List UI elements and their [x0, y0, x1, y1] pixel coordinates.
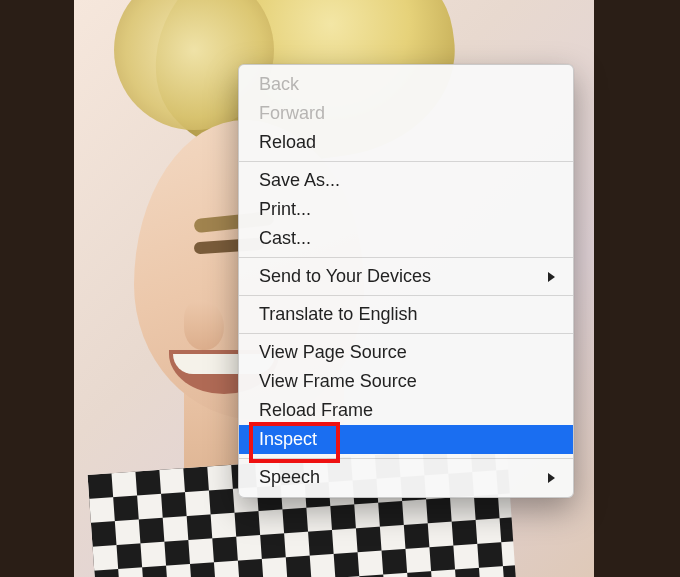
- submenu-arrow-icon: [547, 271, 557, 283]
- menu-item-reload-frame[interactable]: Reload Frame: [239, 396, 573, 425]
- menu-separator: [239, 295, 573, 296]
- menu-separator: [239, 161, 573, 162]
- screenshot-stage: BackForwardReloadSave As...Print...Cast.…: [0, 0, 680, 577]
- menu-item-forward: Forward: [239, 99, 573, 128]
- menu-item-send-to-devices[interactable]: Send to Your Devices: [239, 262, 573, 291]
- menu-item-speech[interactable]: Speech: [239, 463, 573, 492]
- menu-separator: [239, 458, 573, 459]
- menu-item-label: Translate to English: [259, 304, 417, 325]
- menu-separator: [239, 333, 573, 334]
- context-menu[interactable]: BackForwardReloadSave As...Print...Cast.…: [238, 64, 574, 498]
- menu-item-label: View Page Source: [259, 342, 407, 363]
- menu-item-label: Forward: [259, 103, 325, 124]
- menu-item-save-as[interactable]: Save As...: [239, 166, 573, 195]
- menu-item-label: Speech: [259, 467, 320, 488]
- menu-item-view-page-source[interactable]: View Page Source: [239, 338, 573, 367]
- menu-item-cast[interactable]: Cast...: [239, 224, 573, 253]
- menu-item-label: View Frame Source: [259, 371, 417, 392]
- menu-item-label: Reload Frame: [259, 400, 373, 421]
- menu-item-label: Cast...: [259, 228, 311, 249]
- menu-separator: [239, 257, 573, 258]
- menu-item-translate[interactable]: Translate to English: [239, 300, 573, 329]
- menu-item-label: Print...: [259, 199, 311, 220]
- menu-item-label: Inspect: [259, 429, 317, 450]
- menu-item-back: Back: [239, 70, 573, 99]
- menu-item-reload[interactable]: Reload: [239, 128, 573, 157]
- submenu-arrow-icon: [547, 472, 557, 484]
- menu-item-label: Save As...: [259, 170, 340, 191]
- menu-item-label: Reload: [259, 132, 316, 153]
- menu-item-view-frame-source[interactable]: View Frame Source: [239, 367, 573, 396]
- photo-nose: [184, 300, 224, 350]
- menu-item-label: Back: [259, 74, 299, 95]
- menu-item-print[interactable]: Print...: [239, 195, 573, 224]
- menu-item-label: Send to Your Devices: [259, 266, 431, 287]
- menu-item-inspect[interactable]: Inspect: [239, 425, 573, 454]
